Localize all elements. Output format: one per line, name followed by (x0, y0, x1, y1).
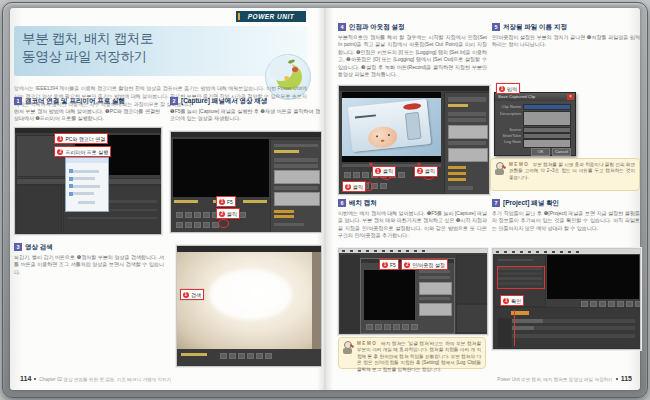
callout-in-out-setting: 2 인/아웃점 설정 (401, 259, 448, 270)
callout-label: 프리미어 프로 실행 (65, 149, 108, 155)
section-5-number-badge: 5 (492, 23, 500, 31)
callout-label: 클릭 (383, 168, 393, 174)
capture-preview (173, 139, 269, 197)
callout-number: 3 (345, 184, 351, 190)
screenshot-capture-panel-play: 1 F5 2 클릭 (170, 131, 322, 233)
description-field (523, 111, 571, 126)
memo-tip-capture-margin: MEMO 부분 캡처를 할 시엔 효과 적용이나 클립 간의 화면 전환을 고려… (490, 158, 640, 191)
callout-number: 2 (57, 149, 63, 155)
callout-run-premiere: 2 프리미어 프로 실행 (54, 146, 111, 157)
play-button-highlight-ring (218, 219, 229, 228)
callout-set-out: 2 클릭 (414, 166, 438, 177)
left-page-number: 114 (20, 375, 31, 382)
close-icon: × (567, 94, 574, 100)
capture-settings-panel (444, 92, 490, 194)
section-3-header: 3 영상 검색 (14, 243, 53, 251)
section-6-header: 6 배치 캡처 (338, 199, 377, 207)
screenshot-premiere-startup: 1 PC와 캠코더 연결 2 프리미어 프로 실행 (14, 127, 162, 235)
timeline-panel (494, 307, 640, 349)
section-7-title: [Project] 패널 확인 (503, 199, 559, 208)
section-6-title: 배치 캡처 (349, 199, 377, 208)
callout-label: 클릭 (227, 211, 237, 217)
capture-preview (342, 92, 441, 161)
callout-label: PC와 캠코더 연결 (65, 136, 105, 142)
description-label: Description (497, 111, 521, 116)
clip-list-highlight-box (497, 266, 545, 289)
log-note-label: Log Note (497, 139, 521, 144)
section-1-body: 먼저 부분 캡처 방법에 대해 알아봅니다. ❶PC와 캠코더를 연결한 상태에… (14, 108, 160, 125)
section-6-number-badge: 6 (338, 199, 346, 207)
callout-label: 클릭 (353, 184, 363, 190)
right-page-footer: Power Unit 부분 캡처, 배치 캡처로 동영상 파일 저장하기 115 (497, 375, 632, 382)
memo-label: MEMO (357, 341, 377, 346)
callout-label: 검색 (191, 292, 201, 298)
section-5-title: 저장될 파일 이름 지정 (503, 23, 567, 32)
section-7-body: 추가 작업들이 끝난 후 ❶[Project] 패널을 보면 지금 설정한 클립… (492, 210, 640, 243)
log-note-field (523, 139, 571, 148)
callout-number: 1 (183, 292, 189, 298)
baby-face (367, 125, 398, 149)
callout-label: F5 (390, 262, 396, 268)
callout-click-play: 2 클릭 (216, 208, 240, 219)
footer-divider (34, 378, 36, 380)
capture-settings-panel (270, 139, 322, 233)
ok-button: OK (531, 148, 550, 156)
callout-number: 1 (382, 262, 388, 268)
section-7-number-badge: 7 (492, 199, 500, 207)
section-4-header: 4 인점과 아웃점 설정 (338, 23, 405, 31)
playhead (514, 310, 515, 345)
dialog-title: Save Captured Clip (495, 93, 575, 101)
section-5-header: 5 저장될 파일 이름 지정 (492, 23, 567, 31)
screenshot-video-search-preview: 1 검색 (176, 245, 322, 367)
memo-character-icon (494, 162, 506, 176)
right-footer-text: Power Unit 부분 캡처, 배치 캡처로 동영상 파일 저장하기 (497, 377, 612, 382)
callout-f5: 1 F5 (216, 196, 236, 207)
page-title: 부분 캡처, 배치 캡처로 동영상 파일 저장하기 (22, 30, 252, 65)
power-unit-badge: POWER UNIT (236, 11, 306, 22)
save-captured-clip-dialog: Save Captured Clip × Clip Name Descripti… (494, 92, 576, 156)
section-2-number-badge: 2 (170, 97, 178, 105)
screenshot-batch-capture: 1 F5 2 인/아웃점 설정 (338, 248, 488, 335)
section-4-title: 인점과 아웃점 설정 (349, 23, 405, 32)
callout-number: 1 (57, 136, 63, 142)
section-2-title: [Capture] 패널에서 영상 재생 (181, 97, 267, 106)
page-title-line2: 동영상 파일 저장하기 (22, 48, 252, 66)
screenshot-project-panel: 1 확인 (492, 248, 641, 350)
book-spread-photo: POWER UNIT 부분 캡처, 배치 캡처로 동영상 파일 저장하기 앞에서… (0, 0, 650, 400)
section-4-body: 부분적으로만 캡처를 해야 할 경우에는 시작할 지점에서 인점(Set In … (338, 34, 487, 82)
scene-label: Scene (497, 127, 521, 132)
callout-search: 1 검색 (180, 289, 204, 300)
section-1-header: 1 캠코더 연결 및 프리미어 프로 실행 (14, 97, 125, 105)
left-footer-text: Chapter 02 영상 편집을 위한 첫 걸음, 기초 테크닉 가볍게 익히… (39, 377, 171, 382)
project-panel (16, 185, 62, 234)
callout-label: 인/아웃점 설정 (412, 262, 445, 268)
shot-take-label: Shot/Take (497, 133, 521, 138)
section-1-number-badge: 1 (14, 97, 22, 105)
callout-number: 2 (219, 211, 225, 217)
section-1-title: 캠코더 연결 및 프리미어 프로 실행 (25, 97, 125, 106)
callout-record: 3 클릭 (342, 181, 366, 192)
callout-label: 확인 (511, 298, 521, 304)
memo-label: MEMO (509, 162, 529, 167)
callout-number: 1 (219, 199, 225, 205)
section-2-body: ❶F5를 눌러 [Capture] 패널을 실행한 후 ❷재생 버튼을 클릭하여… (170, 108, 320, 125)
section-3-body: 되감기, 빨리 감기 버튼으로 ❶캡처할 부분의 영상을 검색합니다. 셔틀 버… (14, 254, 164, 279)
page-title-line1: 부분 캡처, 배치 캡처로 (22, 30, 252, 48)
cancel-button: Cancel (552, 148, 571, 156)
screenshot-capture-in-out: 1 클릭 2 클릭 3 클릭 (338, 85, 490, 195)
autoplay-dialog (65, 157, 109, 212)
memo-tip-batch-capture: MEMO 배치 캡처는 '일괄 캡처'라고도 하며 부분 캡처할 부분이 여러 … (338, 337, 486, 369)
video-preview-photo (177, 252, 321, 349)
braun-product-box (348, 99, 431, 152)
memo-character-icon (342, 341, 354, 355)
callout-number: 1 (499, 86, 505, 92)
power-unit-badge-label: POWER UNIT (248, 13, 295, 20)
callout-number: 2 (417, 168, 423, 174)
section-4-number-badge: 4 (338, 23, 346, 31)
section-3-number-badge: 3 (14, 243, 22, 251)
right-page-number: 115 (621, 375, 632, 382)
callout-set-in: 1 클릭 (372, 166, 396, 177)
program-monitor (547, 255, 638, 299)
section-2-header: 2 [Capture] 패널에서 영상 재생 (170, 97, 267, 105)
footer-divider (616, 378, 618, 380)
